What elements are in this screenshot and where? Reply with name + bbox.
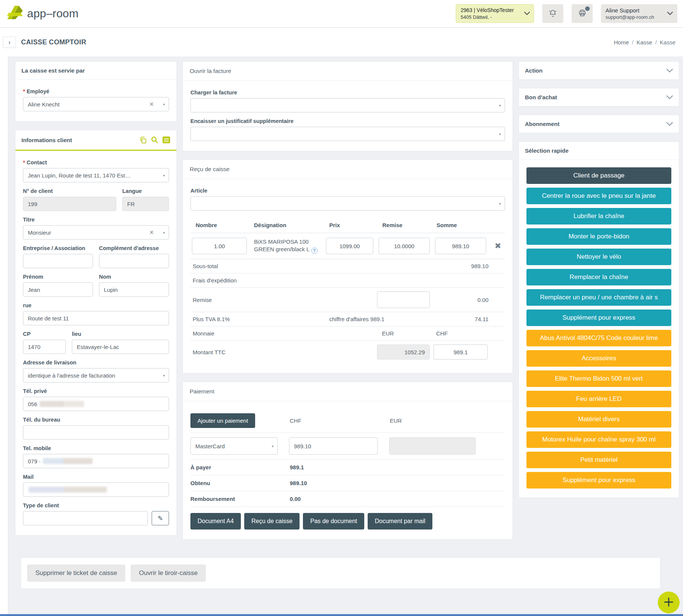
printer-icon bbox=[578, 9, 587, 18]
client-type-input[interactable] bbox=[23, 511, 148, 525]
total-chf-input[interactable]: 989.1 bbox=[434, 344, 488, 360]
employee-value: Aline Knecht bbox=[28, 101, 147, 108]
quick-button-motorex-huile[interactable]: Motorex Huile pour chaîne spray 300 ml bbox=[526, 431, 671, 448]
subtotal-row: Sous-total 989.10 bbox=[190, 259, 505, 273]
pencil-icon: ✎ bbox=[158, 514, 163, 522]
delete-receipt-button[interactable]: Supprimer le ticket de caisse bbox=[27, 564, 125, 582]
last-name-input[interactable]: Lupin bbox=[99, 282, 169, 297]
address-suffix-input[interactable] bbox=[99, 254, 169, 268]
address-suffix-label: Complément d'adresse bbox=[99, 245, 169, 252]
item-price-input[interactable]: 1099.00 bbox=[326, 238, 373, 254]
shop-selector[interactable]: 2963 | VéloShopTester 5405 Dättwil, - bbox=[456, 4, 534, 23]
receipt-title: Reçu de caisse bbox=[190, 166, 230, 173]
sidebar-collapse-toggle[interactable]: › bbox=[3, 36, 16, 48]
footer-actions-panel: Supprimer le ticket de caisse Ouvrir le … bbox=[21, 557, 660, 589]
quick-button-feu-arriere-led[interactable]: Feu arrière LED bbox=[526, 391, 671, 407]
list-icon[interactable] bbox=[162, 136, 170, 144]
quick-button-client-de-passage[interactable]: Client de passage bbox=[526, 167, 671, 184]
quick-button-lubrifier-la-chaine[interactable]: Lubrifier la chaîne bbox=[526, 208, 671, 225]
salutation-value: Monsieur bbox=[28, 229, 147, 236]
remove-item-icon[interactable]: ✖ bbox=[490, 241, 506, 250]
company-input[interactable] bbox=[23, 254, 93, 268]
cashier-panel: La caisse est servie par *Employé Aline … bbox=[15, 61, 177, 121]
item-qty-input[interactable]: 1.00 bbox=[192, 238, 247, 254]
shop-selector-labels: 2963 | VéloShopTester 5405 Dättwil, - bbox=[461, 7, 524, 20]
street-label: rue bbox=[23, 302, 169, 309]
quick-button-nettoyer-le-velo[interactable]: Nettoyer le vélo bbox=[526, 249, 671, 265]
mail-label: Mail bbox=[23, 473, 169, 480]
city-input[interactable]: Estavayer-le-Lac bbox=[72, 340, 169, 354]
user-menu[interactable]: Aline Support support@app-room.ch bbox=[601, 4, 677, 23]
column-header-price: Prix bbox=[324, 222, 377, 228]
phone-mobile-input[interactable]: 079 · bbox=[23, 454, 169, 468]
quick-button-elite-thermo-bidon[interactable]: Elite Thermo Bidon 500 ml vert bbox=[526, 370, 671, 387]
first-name-input[interactable]: Jean bbox=[23, 282, 93, 297]
document-a4-button[interactable]: Document A4 bbox=[190, 513, 241, 530]
copy-icon[interactable] bbox=[139, 136, 147, 144]
quick-selection-title: Sélection rapide bbox=[525, 147, 569, 154]
receipt-table-header: Nombre Désignation Prix Remise Somme bbox=[190, 217, 505, 233]
delivery-address-select[interactable]: identique à l'adresse de facturation ▾ bbox=[23, 368, 169, 382]
street-input[interactable]: Route de test 11 bbox=[23, 311, 169, 325]
subscription-panel-header[interactable]: Abonnement bbox=[519, 115, 679, 133]
payment-header-row: Ajouter un paiement CHF EUR bbox=[190, 409, 505, 433]
order-discount-input[interactable] bbox=[377, 291, 430, 308]
search-icon[interactable] bbox=[151, 136, 159, 144]
quick-button-monter-le-porte-bidon[interactable]: Monter le porte-bidon bbox=[526, 228, 671, 245]
add-payment-button[interactable]: Ajouter un paiement bbox=[190, 413, 255, 428]
action-panel: Action bbox=[519, 61, 679, 80]
delivery-address-label: Adresse de livraison bbox=[23, 359, 169, 366]
action-panel-header[interactable]: Action bbox=[519, 62, 679, 79]
quick-button-supplement-express-article[interactable]: Supplément pour express bbox=[526, 472, 671, 489]
app-logo[interactable]: app–room bbox=[6, 4, 79, 23]
help-icon[interactable]: ? bbox=[311, 247, 318, 254]
receipt-document-button[interactable]: Reçu de caisse bbox=[244, 513, 300, 530]
clear-icon[interactable]: × bbox=[147, 101, 158, 108]
extra-receipt-select[interactable]: ▾ bbox=[190, 127, 505, 141]
contact-select[interactable]: Jean Lupin, Route de test 11, 1470 Est… … bbox=[23, 168, 169, 182]
quick-button-materiel-divers[interactable]: Matériel divers bbox=[526, 411, 671, 428]
cashier-panel-header: La caisse est servie par bbox=[15, 62, 176, 80]
open-cash-drawer-button[interactable]: Ouvrir le tiroir-caisse bbox=[131, 564, 206, 582]
chevron-down-icon bbox=[666, 68, 673, 73]
to-pay-row: À payer 989.1 bbox=[190, 460, 505, 475]
quick-button-remplacer-un-pneu[interactable]: Remplacer un pneu / une chambre à air s bbox=[526, 289, 671, 306]
page-title: CAISSE COMPTOIR bbox=[21, 38, 86, 46]
load-invoice-select[interactable]: ▾ bbox=[190, 98, 505, 112]
print-button[interactable] bbox=[572, 4, 593, 23]
quick-button-remplacer-la-chaine[interactable]: Remplacer la chaîne bbox=[526, 269, 671, 285]
quick-button-accessoires[interactable]: Accessoires bbox=[526, 350, 671, 367]
quick-button-centrer-la-roue[interactable]: Centrer la roue avec le pneu sur la jant… bbox=[526, 188, 671, 204]
notifications-button[interactable] bbox=[542, 4, 563, 23]
phone-office-input[interactable] bbox=[23, 425, 169, 440]
edit-client-type-button[interactable]: ✎ bbox=[152, 511, 169, 525]
item-total-input[interactable]: 989.10 bbox=[435, 238, 486, 254]
received-label: Obtenu bbox=[190, 480, 289, 486]
employee-select[interactable]: Aline Knecht × ▾ bbox=[23, 97, 169, 111]
column-header-qty: Nombre bbox=[190, 222, 251, 228]
item-discount-input[interactable]: 10.0000 bbox=[379, 238, 430, 254]
user-name: Aline Support bbox=[605, 7, 667, 14]
payment-method-select[interactable]: MasterCard ▾ bbox=[190, 437, 278, 455]
payment-amount-chf-input[interactable]: 989.10 bbox=[289, 437, 378, 455]
clear-icon[interactable]: × bbox=[147, 229, 158, 236]
add-button[interactable] bbox=[658, 592, 680, 613]
phone-mobile-label: Tel. mobile bbox=[23, 445, 169, 452]
required-marker: * bbox=[23, 88, 25, 94]
phone-private-input[interactable]: 056 bbox=[23, 397, 169, 411]
document-by-mail-button[interactable]: Document par mail bbox=[368, 513, 432, 530]
quick-button-supplement-express-service[interactable]: Supplément pour express bbox=[526, 310, 671, 326]
zip-input[interactable]: 1470 bbox=[23, 340, 66, 354]
article-select[interactable]: ▾ bbox=[190, 196, 505, 211]
mail-input[interactable] bbox=[23, 482, 169, 497]
no-document-button[interactable]: Pas de document bbox=[303, 513, 364, 530]
title-bar: CAISSE COMPTOIR Home / Kasse / Kasse bbox=[0, 28, 683, 56]
quick-selection-panel: Sélection rapide Client de passage Centr… bbox=[519, 141, 679, 498]
quick-button-petit-materiel[interactable]: Petit matériel bbox=[526, 452, 671, 468]
redacted-text bbox=[40, 401, 84, 407]
salutation-select[interactable]: Monsieur × ▾ bbox=[23, 225, 169, 240]
voucher-panel-header[interactable]: Bon d'achat bbox=[519, 88, 679, 106]
breadcrumb-home[interactable]: Home bbox=[614, 39, 629, 46]
quick-button-abus-antivol[interactable]: Abus Antivol 4804C/75 Code couleur lime bbox=[526, 330, 671, 346]
breadcrumb-kasse[interactable]: Kasse bbox=[636, 39, 652, 46]
